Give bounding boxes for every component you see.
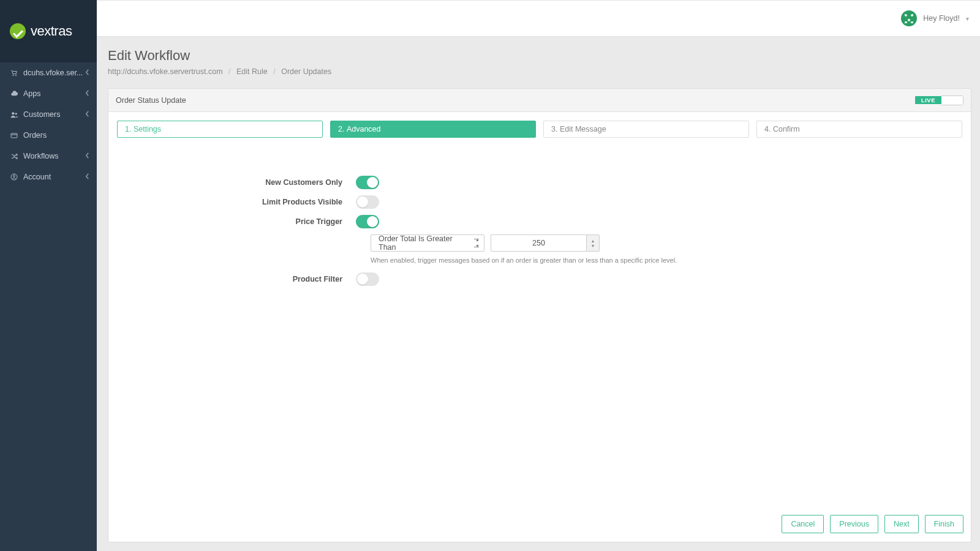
cancel-button[interactable]: Cancel	[782, 515, 824, 533]
logo-mark-icon	[10, 23, 26, 39]
step-label: Settings	[134, 125, 161, 133]
number-spinner[interactable]: ▲▼	[586, 234, 600, 252]
chevron-left-icon	[85, 89, 89, 98]
avatar	[901, 10, 917, 26]
topbar: Hey Floyd! ▾	[97, 0, 980, 37]
cloud-icon	[10, 91, 18, 97]
sidebar-item-orders[interactable]: Orders	[0, 125, 97, 146]
breadcrumb: http://dcuhs.vfoke.servertrust.com / Edi…	[108, 67, 967, 76]
row-limit-products-visible: Limit Products Visible	[115, 195, 965, 209]
toggle-price-trigger[interactable]	[356, 215, 379, 228]
toggle-new-customers-only[interactable]	[356, 176, 379, 189]
sidebar-item-account[interactable]: Account	[0, 167, 97, 187]
sidebar: vextras dcuhs.vfoke.ser... Apps	[0, 0, 97, 551]
orders-icon	[10, 132, 18, 138]
breadcrumb-sep: /	[228, 67, 230, 76]
logo-area: vextras	[0, 0, 97, 62]
logo-text: vextras	[31, 23, 72, 39]
user-icon	[10, 173, 18, 181]
breadcrumb-item[interactable]: Order Updates	[281, 67, 331, 76]
step-label: Edit Message	[560, 125, 606, 133]
price-trigger-value-input-group: ▲▼	[491, 234, 600, 252]
user-greeting: Hey Floyd!	[923, 14, 960, 23]
row-new-customers-only: New Customers Only	[115, 176, 965, 189]
step-advanced[interactable]: 2. Advanced	[330, 121, 536, 138]
breadcrumb-sep: /	[273, 67, 275, 76]
chevron-left-icon	[85, 173, 89, 181]
toggle-product-filter[interactable]	[356, 272, 379, 286]
svg-point-0	[13, 75, 14, 76]
sidebar-item-label: Account	[23, 173, 51, 181]
wizard-actions: Cancel Previous Next Finish	[108, 508, 971, 542]
step-settings[interactable]: 1. Settings	[117, 121, 323, 138]
price-trigger-help: When enabled, trigger messages based on …	[371, 257, 965, 264]
step-label: Advanced	[347, 125, 381, 133]
label-limit-products-visible: Limit Products Visible	[115, 198, 356, 206]
step-num: 4	[764, 125, 769, 133]
card-title: Order Status Update	[116, 96, 186, 105]
svg-point-6	[13, 175, 15, 177]
sidebar-item-workflows[interactable]: Workflows	[0, 146, 97, 167]
svg-point-1	[15, 75, 17, 76]
logo: vextras	[10, 23, 72, 39]
svg-point-3	[15, 113, 17, 114]
price-trigger-condition-select[interactable]: Order Total Is Greater Than ▲▼	[371, 234, 484, 252]
breadcrumb-item[interactable]: http://dcuhs.vfoke.servertrust.com	[108, 67, 223, 76]
previous-button[interactable]: Previous	[830, 515, 878, 533]
price-trigger-config: Order Total Is Greater Than ▲▼ ▲▼	[371, 234, 965, 252]
step-num: 2	[338, 125, 342, 133]
card-header: Order Status Update LIVE	[108, 89, 971, 112]
svg-rect-4	[11, 133, 17, 138]
price-trigger-value-input[interactable]	[491, 234, 586, 252]
caret-down-icon: ▾	[966, 15, 969, 22]
advanced-form: New Customers Only Limit Products Visibl…	[108, 141, 971, 298]
label-new-customers-only: New Customers Only	[115, 178, 356, 187]
breadcrumb-item[interactable]: Edit Rule	[236, 67, 268, 76]
shuffle-icon	[10, 153, 18, 160]
sidebar-item-label: dcuhs.vfoke.ser...	[23, 69, 83, 77]
live-toggle[interactable]: LIVE	[915, 96, 963, 105]
page-header: Edit Workflow http://dcuhs.vfoke.servert…	[97, 37, 980, 83]
workflow-card: Order Status Update LIVE 1. Settings 2. …	[108, 88, 971, 542]
finish-button[interactable]: Finish	[925, 515, 963, 533]
main: Hey Floyd! ▾ Edit Workflow http://dcuhs.…	[97, 0, 980, 551]
sidebar-nav: dcuhs.vfoke.ser... Apps Customers	[0, 62, 97, 187]
step-num: 1	[125, 125, 129, 133]
sidebar-item-label: Orders	[23, 131, 47, 140]
select-value: Order Total Is Greater Than	[379, 234, 469, 252]
live-off-segment	[941, 96, 963, 105]
row-price-trigger: Price Trigger	[115, 215, 965, 228]
sidebar-item-label: Customers	[23, 110, 60, 119]
user-menu[interactable]: Hey Floyd! ▾	[901, 10, 969, 26]
page-title: Edit Workflow	[108, 48, 967, 64]
users-icon	[10, 111, 18, 118]
chevron-left-icon	[85, 110, 89, 119]
sidebar-item-store[interactable]: dcuhs.vfoke.ser...	[0, 62, 97, 83]
label-price-trigger: Price Trigger	[115, 217, 356, 226]
next-button[interactable]: Next	[884, 515, 919, 533]
step-num: 3	[551, 125, 556, 133]
svg-point-2	[12, 112, 14, 114]
live-label: LIVE	[915, 96, 941, 104]
step-confirm[interactable]: 4. Confirm	[756, 121, 962, 138]
label-product-filter: Product Filter	[115, 275, 356, 283]
chevron-left-icon	[85, 69, 89, 77]
sidebar-item-label: Workflows	[23, 152, 58, 160]
sidebar-item-apps[interactable]: Apps	[0, 83, 97, 104]
toggle-limit-products-visible[interactable]	[356, 195, 379, 209]
step-edit-message[interactable]: 3. Edit Message	[543, 121, 749, 138]
step-label: Confirm	[773, 125, 800, 133]
cart-icon	[10, 69, 18, 77]
row-product-filter: Product Filter	[115, 272, 965, 286]
wizard-steps: 1. Settings 2. Advanced 3. Edit Message …	[108, 112, 971, 141]
sidebar-item-customers[interactable]: Customers	[0, 104, 97, 125]
sidebar-item-label: Apps	[23, 89, 41, 98]
chevron-left-icon	[85, 152, 89, 160]
